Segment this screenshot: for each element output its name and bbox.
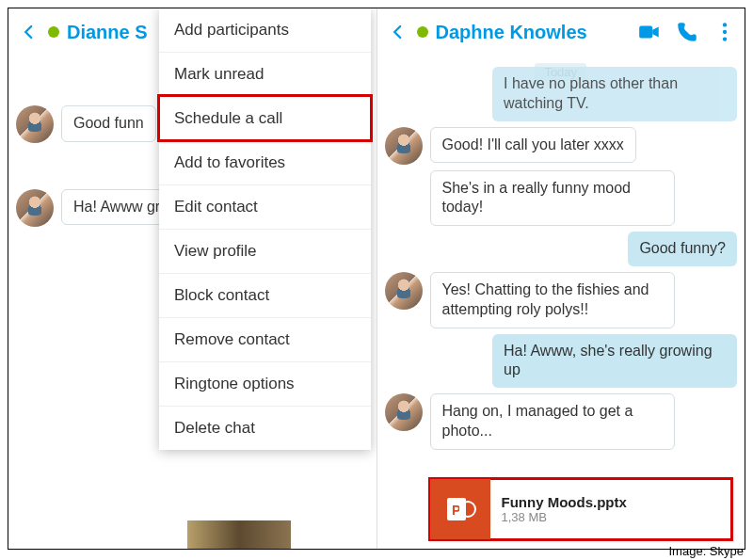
message-row: Hang on, I managed to get a photo...: [385, 393, 738, 450]
message-row: Yes! Chatting to the fishies and attempt…: [385, 272, 738, 328]
avatar[interactable]: [385, 393, 423, 431]
left-pane: Dianne S She too Good funn Yes an Ha! Aw: [8, 8, 377, 549]
partial-photo: [187, 520, 291, 549]
chevron-left-icon: [390, 24, 407, 40]
audio-call-button[interactable]: [675, 20, 699, 44]
online-status-icon: [417, 26, 428, 38]
message-bubble[interactable]: Yes! Chatting to the fishies and attempt…: [430, 272, 675, 328]
svg-rect-0: [639, 26, 652, 39]
menu-item-block-contact[interactable]: Block contact: [159, 273, 371, 317]
file-size: 1,38 MB: [502, 510, 627, 524]
header-actions: [637, 20, 737, 44]
avatar[interactable]: [385, 272, 423, 310]
message-bubble[interactable]: Hang on, I managed to get a photo...: [430, 393, 675, 450]
message-row: Good funny?: [385, 232, 738, 266]
right-header: Daphne Knowles: [377, 8, 745, 56]
more-vertical-icon: [713, 20, 737, 44]
chevron-left-icon: [21, 24, 38, 40]
video-call-button[interactable]: [637, 20, 662, 44]
message-bubble[interactable]: Good funny?: [628, 232, 737, 266]
file-attachment[interactable]: P Funny Moods.pptx 1,38 MB: [430, 479, 731, 539]
powerpoint-icon: P: [430, 479, 490, 539]
contact-name[interactable]: Daphne Knowles: [436, 22, 633, 43]
menu-item-ringtone-options[interactable]: Ringtone options: [159, 361, 371, 406]
message-row: I have no plans other than watching TV.: [385, 67, 738, 121]
avatar[interactable]: [16, 105, 54, 143]
menu-item-remove-contact[interactable]: Remove contact: [159, 317, 371, 361]
svg-point-1: [723, 23, 727, 26]
context-menu: Add participantsMark unreadSchedule a ca…: [159, 8, 371, 450]
menu-item-schedule-a-call[interactable]: Schedule a call: [159, 96, 371, 140]
svg-text:P: P: [452, 503, 460, 518]
message-bubble[interactable]: Good funn: [61, 105, 156, 142]
menu-item-edit-contact[interactable]: Edit contact: [159, 184, 371, 229]
message-bubble[interactable]: I have no plans other than watching TV.: [492, 67, 737, 121]
phone-icon: [675, 20, 699, 44]
menu-item-view-profile[interactable]: View profile: [159, 229, 371, 273]
menu-item-mark-unread[interactable]: Mark unread: [159, 52, 371, 96]
message-bubble[interactable]: She's in a really funny mood today!: [430, 170, 675, 227]
avatar[interactable]: [16, 189, 54, 227]
file-meta: Funny Moods.pptx 1,38 MB: [490, 494, 638, 524]
svg-point-2: [723, 30, 727, 34]
svg-point-3: [723, 37, 727, 40]
back-button[interactable]: [16, 19, 42, 45]
message-bubble[interactable]: Good! I'll call you later xxxx: [430, 127, 636, 164]
menu-item-add-participants[interactable]: Add participants: [159, 8, 371, 52]
message-bubble[interactable]: Ha! Awww, she's really growing up: [492, 334, 737, 389]
right-chat: Today I have no plans other than watchin…: [377, 56, 745, 549]
video-icon: [637, 20, 662, 44]
back-button[interactable]: [385, 19, 411, 45]
message-row: Good! I'll call you later xxxx: [385, 127, 738, 165]
right-pane: Daphne Knowles Today I have no pla: [377, 8, 745, 549]
online-status-icon: [48, 26, 59, 38]
menu-item-delete-chat[interactable]: Delete chat: [159, 406, 371, 450]
menu-item-add-to-favorites[interactable]: Add to favorites: [159, 140, 371, 184]
file-name: Funny Moods.pptx: [502, 494, 627, 510]
image-credit: Image: Skype: [669, 544, 745, 558]
more-options-button[interactable]: [713, 20, 737, 44]
avatar[interactable]: [385, 127, 423, 165]
message-row: She's in a really funny mood today!: [385, 170, 738, 227]
message-row: Ha! Awww, she's really growing up: [385, 334, 738, 389]
